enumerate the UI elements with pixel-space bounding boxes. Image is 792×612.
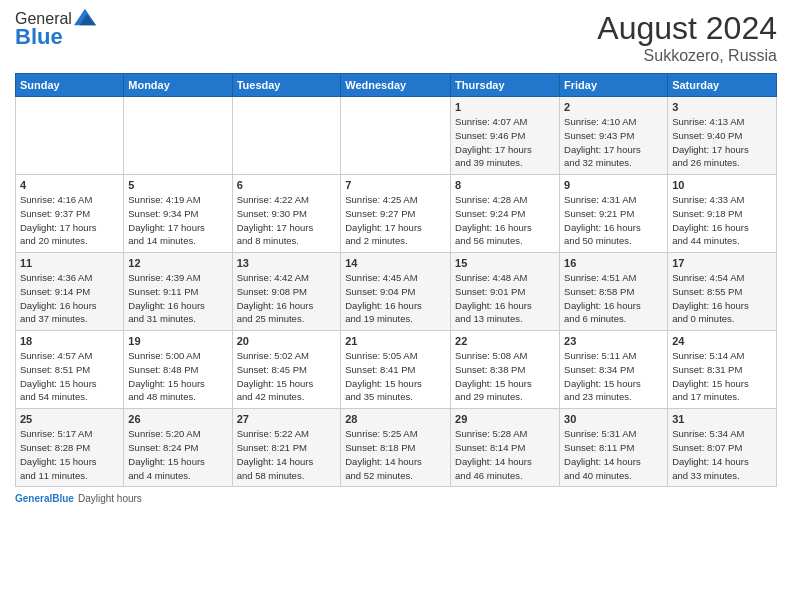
day-info: Sunrise: 4:19 AMSunset: 9:34 PMDaylight:… <box>128 193 227 248</box>
day-cell: 7Sunrise: 4:25 AMSunset: 9:27 PMDaylight… <box>341 175 451 253</box>
day-info: Sunrise: 4:57 AMSunset: 8:51 PMDaylight:… <box>20 349 119 404</box>
day-info: Sunrise: 5:31 AMSunset: 8:11 PMDaylight:… <box>564 427 663 482</box>
page: General Blue August 2024 Sukkozero, Russ… <box>0 0 792 612</box>
day-number: 6 <box>237 179 337 191</box>
day-info: Sunrise: 5:22 AMSunset: 8:21 PMDaylight:… <box>237 427 337 482</box>
day-number: 23 <box>564 335 663 347</box>
day-cell: 24Sunrise: 5:14 AMSunset: 8:31 PMDayligh… <box>668 331 777 409</box>
day-info: Sunrise: 4:22 AMSunset: 9:30 PMDaylight:… <box>237 193 337 248</box>
day-number: 7 <box>345 179 446 191</box>
day-info: Sunrise: 4:10 AMSunset: 9:43 PMDaylight:… <box>564 115 663 170</box>
day-cell <box>232 97 341 175</box>
day-info: Sunrise: 5:34 AMSunset: 8:07 PMDaylight:… <box>672 427 772 482</box>
day-cell <box>341 97 451 175</box>
day-cell: 16Sunrise: 4:51 AMSunset: 8:58 PMDayligh… <box>560 253 668 331</box>
day-number: 3 <box>672 101 772 113</box>
day-cell: 1Sunrise: 4:07 AMSunset: 9:46 PMDaylight… <box>451 97 560 175</box>
day-number: 30 <box>564 413 663 425</box>
footer: GeneralBlue Daylight hours <box>15 493 777 504</box>
day-cell: 21Sunrise: 5:05 AMSunset: 8:41 PMDayligh… <box>341 331 451 409</box>
day-cell: 10Sunrise: 4:33 AMSunset: 9:18 PMDayligh… <box>668 175 777 253</box>
day-cell: 2Sunrise: 4:10 AMSunset: 9:43 PMDaylight… <box>560 97 668 175</box>
week-row-1: 1Sunrise: 4:07 AMSunset: 9:46 PMDaylight… <box>16 97 777 175</box>
day-cell: 26Sunrise: 5:20 AMSunset: 8:24 PMDayligh… <box>124 409 232 487</box>
week-row-5: 25Sunrise: 5:17 AMSunset: 8:28 PMDayligh… <box>16 409 777 487</box>
location: Sukkozero, Russia <box>597 47 777 65</box>
day-number: 4 <box>20 179 119 191</box>
day-cell: 3Sunrise: 4:13 AMSunset: 9:40 PMDaylight… <box>668 97 777 175</box>
day-number: 31 <box>672 413 772 425</box>
day-number: 5 <box>128 179 227 191</box>
day-number: 18 <box>20 335 119 347</box>
day-number: 13 <box>237 257 337 269</box>
day-info: Sunrise: 4:13 AMSunset: 9:40 PMDaylight:… <box>672 115 772 170</box>
day-info: Sunrise: 5:05 AMSunset: 8:41 PMDaylight:… <box>345 349 446 404</box>
day-info: Sunrise: 5:08 AMSunset: 8:38 PMDaylight:… <box>455 349 555 404</box>
day-number: 16 <box>564 257 663 269</box>
day-info: Sunrise: 4:31 AMSunset: 9:21 PMDaylight:… <box>564 193 663 248</box>
day-number: 28 <box>345 413 446 425</box>
day-cell: 4Sunrise: 4:16 AMSunset: 9:37 PMDaylight… <box>16 175 124 253</box>
day-number: 1 <box>455 101 555 113</box>
title-area: August 2024 Sukkozero, Russia <box>597 10 777 65</box>
day-info: Sunrise: 4:51 AMSunset: 8:58 PMDaylight:… <box>564 271 663 326</box>
day-cell: 31Sunrise: 5:34 AMSunset: 8:07 PMDayligh… <box>668 409 777 487</box>
day-info: Sunrise: 5:25 AMSunset: 8:18 PMDaylight:… <box>345 427 446 482</box>
footer-label: Daylight hours <box>78 493 142 504</box>
day-cell <box>124 97 232 175</box>
day-cell: 5Sunrise: 4:19 AMSunset: 9:34 PMDaylight… <box>124 175 232 253</box>
day-info: Sunrise: 4:54 AMSunset: 8:55 PMDaylight:… <box>672 271 772 326</box>
header: General Blue August 2024 Sukkozero, Russ… <box>15 10 777 65</box>
day-info: Sunrise: 4:28 AMSunset: 9:24 PMDaylight:… <box>455 193 555 248</box>
day-cell: 22Sunrise: 5:08 AMSunset: 8:38 PMDayligh… <box>451 331 560 409</box>
day-info: Sunrise: 4:36 AMSunset: 9:14 PMDaylight:… <box>20 271 119 326</box>
day-number: 22 <box>455 335 555 347</box>
day-cell: 12Sunrise: 4:39 AMSunset: 9:11 PMDayligh… <box>124 253 232 331</box>
day-cell: 19Sunrise: 5:00 AMSunset: 8:48 PMDayligh… <box>124 331 232 409</box>
day-number: 24 <box>672 335 772 347</box>
day-cell <box>16 97 124 175</box>
day-cell: 18Sunrise: 4:57 AMSunset: 8:51 PMDayligh… <box>16 331 124 409</box>
day-number: 9 <box>564 179 663 191</box>
day-number: 27 <box>237 413 337 425</box>
day-number: 15 <box>455 257 555 269</box>
day-number: 8 <box>455 179 555 191</box>
day-number: 14 <box>345 257 446 269</box>
day-cell: 9Sunrise: 4:31 AMSunset: 9:21 PMDaylight… <box>560 175 668 253</box>
header-cell-saturday: Saturday <box>668 74 777 97</box>
day-info: Sunrise: 5:02 AMSunset: 8:45 PMDaylight:… <box>237 349 337 404</box>
day-number: 21 <box>345 335 446 347</box>
day-cell: 20Sunrise: 5:02 AMSunset: 8:45 PMDayligh… <box>232 331 341 409</box>
header-cell-sunday: Sunday <box>16 74 124 97</box>
day-cell: 14Sunrise: 4:45 AMSunset: 9:04 PMDayligh… <box>341 253 451 331</box>
day-info: Sunrise: 4:45 AMSunset: 9:04 PMDaylight:… <box>345 271 446 326</box>
day-number: 10 <box>672 179 772 191</box>
day-cell: 30Sunrise: 5:31 AMSunset: 8:11 PMDayligh… <box>560 409 668 487</box>
day-number: 12 <box>128 257 227 269</box>
day-info: Sunrise: 5:17 AMSunset: 8:28 PMDaylight:… <box>20 427 119 482</box>
week-row-4: 18Sunrise: 4:57 AMSunset: 8:51 PMDayligh… <box>16 331 777 409</box>
logo: General Blue <box>15 10 96 50</box>
logo-icon <box>74 6 96 28</box>
day-info: Sunrise: 4:25 AMSunset: 9:27 PMDaylight:… <box>345 193 446 248</box>
day-info: Sunrise: 4:16 AMSunset: 9:37 PMDaylight:… <box>20 193 119 248</box>
day-number: 25 <box>20 413 119 425</box>
day-number: 17 <box>672 257 772 269</box>
calendar-table: SundayMondayTuesdayWednesdayThursdayFrid… <box>15 73 777 487</box>
day-info: Sunrise: 4:48 AMSunset: 9:01 PMDaylight:… <box>455 271 555 326</box>
header-cell-monday: Monday <box>124 74 232 97</box>
day-number: 26 <box>128 413 227 425</box>
day-cell: 29Sunrise: 5:28 AMSunset: 8:14 PMDayligh… <box>451 409 560 487</box>
day-info: Sunrise: 5:20 AMSunset: 8:24 PMDaylight:… <box>128 427 227 482</box>
day-number: 11 <box>20 257 119 269</box>
day-cell: 17Sunrise: 4:54 AMSunset: 8:55 PMDayligh… <box>668 253 777 331</box>
week-row-2: 4Sunrise: 4:16 AMSunset: 9:37 PMDaylight… <box>16 175 777 253</box>
day-cell: 23Sunrise: 5:11 AMSunset: 8:34 PMDayligh… <box>560 331 668 409</box>
day-info: Sunrise: 4:39 AMSunset: 9:11 PMDaylight:… <box>128 271 227 326</box>
header-cell-wednesday: Wednesday <box>341 74 451 97</box>
month-year: August 2024 <box>597 10 777 47</box>
header-cell-thursday: Thursday <box>451 74 560 97</box>
day-number: 29 <box>455 413 555 425</box>
day-cell: 6Sunrise: 4:22 AMSunset: 9:30 PMDaylight… <box>232 175 341 253</box>
footer-logo: GeneralBlue <box>15 493 74 504</box>
